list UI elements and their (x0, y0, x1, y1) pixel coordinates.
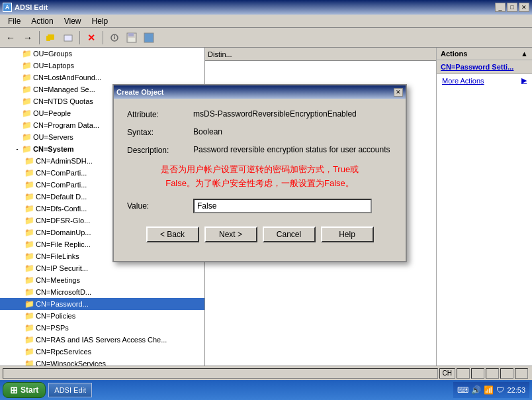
description-value: Password reversible encryption status fo… (193, 145, 392, 154)
folder-icon: 📁 (21, 121, 32, 130)
more-actions-label: More Actions (442, 77, 484, 85)
tree-item-policies[interactable]: 📁 CN=Policies (0, 310, 204, 322)
next-button[interactable]: Next > (204, 226, 257, 242)
tree-label: CN=Default D... (36, 193, 87, 201)
expand-icon (13, 74, 21, 81)
folder-icon: 📁 (24, 228, 34, 237)
syntax-value: Boolean (193, 127, 392, 136)
taskbar-middle: ADSI Edit (46, 383, 453, 397)
tree-item-groups[interactable]: 📁 OU=Groups (0, 48, 204, 60)
taskbar-app-adsi[interactable]: ADSI Edit (48, 383, 92, 397)
title-buttons: _ □ ✕ (495, 3, 529, 12)
folder-icon: 📁 (24, 264, 34, 273)
back-button[interactable]: < Back (146, 226, 199, 242)
toolbar-btn-extra[interactable] (141, 30, 157, 45)
close-button[interactable]: ✕ (519, 3, 529, 12)
menu-bar: File Action View Help (0, 15, 532, 28)
tree-label: CN=Program Data... (33, 121, 99, 129)
actions-more[interactable]: More Actions ▶ (437, 74, 532, 87)
expand-icon (13, 62, 21, 70)
main-window: A ADSI Edit _ □ ✕ File Action View Help … (0, 0, 532, 400)
tree-label: CN=DFSR-Glo... (36, 217, 90, 225)
folder-icon: 📁 (24, 347, 34, 356)
help-button[interactable]: Help (321, 226, 374, 242)
status-section-4 (471, 368, 484, 379)
tree-item-meetings[interactable]: 📁 CN=Meetings (0, 274, 204, 286)
menu-file[interactable]: File (3, 15, 26, 27)
toolbar-separator-3 (103, 31, 103, 44)
cancel-button[interactable]: Cancel (263, 226, 316, 242)
tree-item-ipsecurit[interactable]: 📁 CN=IP Securit... (0, 262, 204, 274)
maximize-button[interactable]: □ (507, 3, 517, 12)
window-title: ADSI Edit (15, 3, 48, 11)
create-object-dialog: Create Object ✕ Attribute: msDS-Password… (112, 84, 407, 262)
status-section-ch: CH (439, 368, 455, 379)
expand-icon (13, 97, 21, 105)
status-ch-text: CH (443, 370, 452, 377)
status-section-1 (3, 368, 438, 379)
taskbar-app-label: ADSI Edit (54, 386, 86, 394)
save-button[interactable] (124, 30, 140, 45)
expand-icon (13, 85, 21, 93)
status-bar: CH (0, 366, 532, 380)
clock: 22:53 (507, 386, 525, 394)
tree-item-microsoftd[interactable]: 📁 CN=MicrosoftD... (0, 286, 204, 298)
actions-panel: Actions ▲ CN=Password Setti... More Acti… (436, 48, 532, 366)
status-section-3 (457, 368, 470, 379)
folder-icon: 📁 (21, 61, 32, 70)
tree-item-password[interactable]: 📁 CN=Password... (0, 298, 204, 310)
taskbar: ⊞ Start ADSI Edit ⌨ 🔊 📶 🛡 22:53 (0, 380, 532, 400)
svg-rect-2 (64, 35, 72, 41)
keyboard-icon: ⌨ (457, 385, 468, 395)
tree-label: CN=LostAndFound... (33, 74, 101, 81)
tree-item-winsock[interactable]: 📁 CN=WinsockServices (0, 358, 204, 366)
status-section-6 (500, 368, 513, 379)
network-icon: 🔊 (471, 385, 481, 395)
tree-item-lostfound[interactable]: 📁 CN=LostAndFound... (0, 72, 204, 83)
tree-label: CN=System (33, 145, 73, 153)
properties-button[interactable] (107, 30, 122, 45)
chinese-text-line2: False。为了帐户安全性考虑，一般设置为False。 (127, 177, 392, 191)
dialog-buttons: < Back Next > Cancel Help (127, 221, 392, 250)
title-bar: A ADSI Edit _ □ ✕ (0, 0, 532, 15)
dialog-close-button[interactable]: ✕ (394, 88, 403, 97)
tree-item-rpcservices[interactable]: 📁 CN=RpcServices (0, 346, 204, 358)
delete-button[interactable]: ✕ (83, 30, 99, 45)
app-icon: A (3, 3, 12, 12)
menu-view[interactable]: View (59, 15, 87, 27)
svg-point-5 (114, 34, 115, 36)
start-button[interactable]: ⊞ Start (3, 382, 46, 398)
tree-label: CN=File Replic... (36, 240, 91, 248)
folder-icon: 📁 (24, 275, 34, 285)
tree-label: CN=ComParti... (36, 169, 87, 177)
column-header-distin: Distin... (205, 48, 436, 61)
folder-icon: 📁 (24, 192, 34, 201)
back-button[interactable]: ← (3, 30, 19, 45)
minimize-button[interactable]: _ (495, 3, 506, 12)
tree-item-rasias[interactable]: 📁 CN=RAS and IAS Servers Access Che... (0, 334, 204, 346)
status-section-7 (515, 368, 528, 379)
tree-label: CN=MicrosoftD... (36, 288, 91, 296)
folder-icon: 📁 (21, 49, 32, 58)
up-button[interactable] (43, 30, 59, 45)
menu-action[interactable]: Action (26, 15, 58, 27)
tree-label: CN=ComParti... (36, 181, 87, 189)
more-actions-arrow: ▶ (521, 76, 527, 85)
security-icon: 🛡 (496, 385, 504, 395)
chinese-text-line1: 是否为用户帐户设置可逆转的密码加密方式，True或 (127, 163, 392, 177)
value-input[interactable] (193, 199, 372, 213)
tree-item-laptops[interactable]: 📁 OU=Laptops (0, 60, 204, 72)
actions-object-name[interactable]: CN=Password Setti... (437, 60, 532, 74)
svg-rect-1 (46, 36, 50, 41)
tree-item-psps[interactable]: 📁 CN=PSPs (0, 322, 204, 334)
folder-icon: 📁 (21, 109, 32, 118)
folder-icon: 📁 (24, 287, 34, 297)
forward-button[interactable]: → (20, 30, 36, 45)
folder-icon: 📁 (24, 156, 34, 166)
folder-icon: 📁 (21, 85, 32, 94)
menu-help[interactable]: Help (87, 15, 114, 27)
actions-header: Actions ▲ (437, 48, 532, 60)
description-row: Description: Password reversible encrypt… (127, 145, 392, 155)
toolbar-btn-2[interactable] (60, 30, 76, 45)
folder-icon: 📁 (24, 180, 34, 189)
